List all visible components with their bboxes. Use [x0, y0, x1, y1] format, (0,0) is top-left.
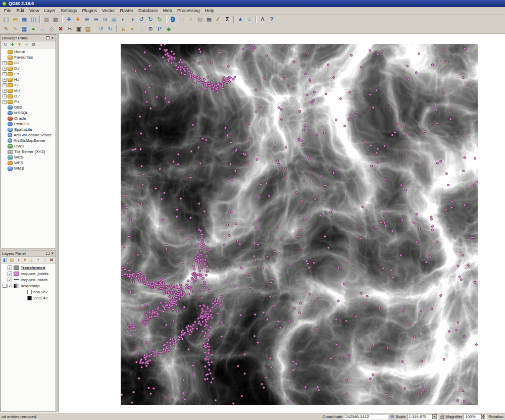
menu-file[interactable]: File: [2, 8, 14, 14]
remove-layer-button[interactable]: ✖: [48, 257, 55, 264]
new-bookmark-button[interactable]: ★: [236, 15, 245, 24]
layer-cropped-roads[interactable]: cropped_roads: [1, 277, 56, 283]
close-panel-icon[interactable]: ×: [50, 36, 55, 40]
add-feature-button[interactable]: ●: [29, 25, 38, 33]
manage-map-themes-button[interactable]: ◑: [15, 257, 21, 264]
layer-transformed-checkbox[interactable]: [8, 266, 12, 270]
refresh-browser-button[interactable]: ↻: [2, 42, 9, 48]
zoom-in-button[interactable]: ⊕: [82, 15, 91, 24]
scale-lock-icon[interactable]: [440, 416, 444, 419]
scale-combo[interactable]: 1:119,875 ▼: [407, 414, 438, 419]
zoom-full-button[interactable]: ◎: [110, 15, 119, 24]
menu-layer[interactable]: Layer: [41, 8, 58, 14]
new-project-button[interactable]: ▢: [2, 15, 11, 24]
statistical-summary-button[interactable]: Σ: [223, 15, 232, 24]
close-panel-icon[interactable]: ×: [50, 251, 55, 255]
browser-item-home[interactable]: Home: [1, 49, 56, 55]
save-layer-edits-button[interactable]: ▦: [20, 25, 29, 33]
drive-h-expander-icon[interactable]: +: [3, 78, 7, 82]
menu-plugins[interactable]: Plugins: [79, 8, 99, 14]
menu-web[interactable]: Web: [161, 8, 175, 14]
new-composer-button[interactable]: ▥: [42, 15, 51, 24]
layer-heightmap[interactable]: - heightmap: [1, 283, 56, 289]
browser-item-postgis[interactable]: PostGIS: [1, 121, 56, 127]
browser-item-favourites[interactable]: Favourites: [1, 55, 56, 60]
zoom-next-button[interactable]: ↻: [146, 15, 155, 24]
menu-database[interactable]: Database: [136, 8, 161, 14]
browser-item-drive-h[interactable]: + H:/: [1, 77, 56, 82]
browser-item-drive-f[interactable]: + F:/: [1, 71, 56, 77]
pan-map-button[interactable]: ✚: [64, 15, 73, 24]
layer-heightmap-checkbox[interactable]: [8, 284, 12, 288]
drive-p-expander-icon[interactable]: +: [3, 100, 7, 104]
current-edits-button[interactable]: ✎: [2, 25, 11, 33]
browser-item-drive-j[interactable]: + J:/: [1, 82, 56, 88]
spin-down-icon[interactable]: ▼: [481, 416, 485, 419]
measure-line-button[interactable]: ∠: [214, 15, 223, 24]
coordinate-input[interactable]: [344, 414, 388, 419]
menu-view[interactable]: View: [27, 8, 41, 14]
menu-settings[interactable]: Settings: [58, 8, 80, 14]
filter-browser-button[interactable]: ▼: [16, 42, 23, 48]
expand-all-button[interactable]: +: [35, 257, 41, 264]
browser-item-arcgisfeatureserver[interactable]: ArcGisFeatureServer: [1, 132, 56, 138]
paste-features-button[interactable]: ▤: [83, 25, 92, 33]
browser-item-drive-p[interactable]: + P:/: [1, 99, 56, 104]
browser-item-wfs[interactable]: WFS: [1, 160, 56, 166]
properties-widget-button[interactable]: ⚙: [30, 42, 37, 48]
drive-j-expander-icon[interactable]: +: [3, 83, 7, 87]
save-project-button[interactable]: ▦: [20, 15, 29, 24]
undo-button[interactable]: ↺: [96, 25, 106, 33]
heightmap-max[interactable]: 2211.42: [1, 295, 56, 301]
browser-item-drive-d[interactable]: + D:/: [1, 66, 56, 71]
decorations-button[interactable]: ≡: [137, 25, 146, 33]
select-by-expression-button[interactable]: ε: [186, 15, 195, 24]
zoom-out-button[interactable]: ⊖: [91, 15, 100, 24]
refresh-map-button[interactable]: ↻: [155, 15, 164, 24]
magnifier-spinner[interactable]: 100% ▲ ▼: [464, 414, 487, 419]
browser-item-mssql[interactable]: MSSQL: [1, 110, 56, 116]
show-bookmarks-button[interactable]: ☆: [245, 15, 254, 24]
browser-item-wcs[interactable]: WCS: [1, 154, 56, 160]
drive-m-expander-icon[interactable]: +: [3, 89, 7, 93]
map-canvas[interactable]: [121, 44, 478, 405]
chevron-down-icon[interactable]: ▼: [432, 414, 437, 419]
layer-labeling-button[interactable]: a: [119, 25, 128, 33]
zoom-to-layer-button[interactable]: ◑: [128, 15, 137, 24]
float-panel-icon[interactable]: [46, 36, 49, 39]
toggle-editing-button[interactable]: ✎: [11, 25, 20, 33]
add-selected-layers-button[interactable]: ✚: [9, 42, 16, 48]
zoom-native-button[interactable]: ⊙: [100, 15, 110, 24]
drive-f-expander-icon[interactable]: +: [3, 72, 7, 76]
identify-features-button[interactable]: i: [168, 15, 177, 24]
layer-transformed[interactable]: Transformed: [1, 265, 56, 271]
python-console-button[interactable]: P: [155, 25, 164, 33]
add-group-button[interactable]: ▤: [9, 257, 15, 264]
browser-item-arcgismapserver[interactable]: ArcGisMapServer: [1, 138, 56, 143]
drive-d-expander-icon[interactable]: +: [3, 67, 7, 71]
layer-cropped-points[interactable]: cropped_points: [1, 271, 56, 277]
spinner-buttons[interactable]: ▲ ▼: [481, 414, 485, 419]
filter-by-expression-button[interactable]: ε: [29, 257, 35, 264]
drive-o-expander-icon[interactable]: +: [3, 94, 7, 98]
collapse-all-layers-button[interactable]: −: [42, 257, 48, 264]
open-attribute-table-button[interactable]: ▦: [205, 15, 214, 24]
composer-manager-button[interactable]: ▩: [51, 15, 60, 24]
browser-item-oracle[interactable]: Oracle: [1, 116, 56, 121]
layer-diagrams-button[interactable]: ●: [128, 25, 137, 33]
plugin-manager-button[interactable]: ◆: [164, 25, 173, 33]
processing-toolbox-button[interactable]: ⚙: [146, 25, 155, 33]
select-features-button[interactable]: □: [177, 15, 186, 24]
menu-edit[interactable]: Edit: [14, 8, 27, 14]
layer-cropped-points-checkbox[interactable]: [8, 272, 12, 276]
pan-to-selection-button[interactable]: ✚: [73, 15, 82, 24]
deselect-all-button[interactable]: ▨: [195, 15, 205, 24]
filter-legend-button[interactable]: ▼: [22, 257, 28, 264]
float-panel-icon[interactable]: [46, 252, 49, 255]
zoom-last-button[interactable]: ↺: [137, 15, 146, 24]
drive-c-expander-icon[interactable]: +: [3, 61, 7, 65]
open-project-button[interactable]: ▤: [11, 15, 20, 24]
layer-heightmap-expander-icon[interactable]: -: [3, 284, 7, 288]
browser-item-drive-c[interactable]: + C:/: [1, 60, 56, 66]
node-tool-button[interactable]: ◇: [47, 25, 56, 33]
